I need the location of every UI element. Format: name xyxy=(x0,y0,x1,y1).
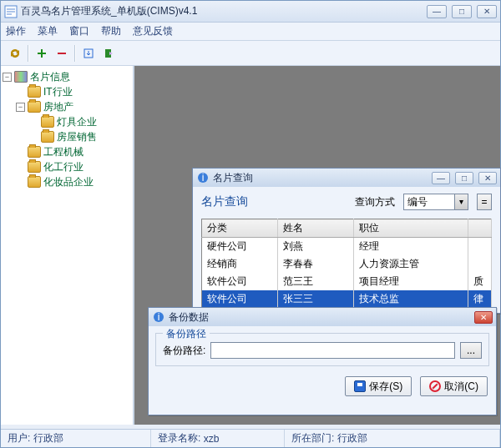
svg-text:i: i xyxy=(158,311,160,323)
tool-exit[interactable] xyxy=(99,44,118,63)
backup-path-label: 备份路径: xyxy=(163,344,205,358)
toolbar-sep xyxy=(74,45,76,62)
tree-item[interactable]: 化工行业 xyxy=(43,160,84,174)
query-method-input[interactable] xyxy=(404,194,454,209)
tree-toggle[interactable]: − xyxy=(3,73,12,82)
main-window: 百灵鸟名片管理系统_单机版(CIMS)v4.1 — □ ✕ 操作 菜单 窗口 帮… xyxy=(0,0,501,448)
folder-icon xyxy=(28,86,41,98)
status-user: 用户: 行政部 xyxy=(1,430,151,447)
minimize-button[interactable]: — xyxy=(427,5,447,18)
close-button[interactable]: ✕ xyxy=(477,5,497,18)
menu-feedback[interactable]: 意见反馈 xyxy=(133,24,173,38)
query-titlebar[interactable]: i 名片查询 — □ ✕ xyxy=(193,169,500,187)
svg-rect-1 xyxy=(58,53,66,54)
query-min-button[interactable]: — xyxy=(432,172,450,184)
app-icon xyxy=(4,5,18,18)
info-icon: i xyxy=(196,171,210,184)
query-heading: 名片查询 xyxy=(201,194,248,209)
col-position[interactable]: 职位 xyxy=(354,219,468,238)
save-icon xyxy=(354,380,366,392)
query-grid[interactable]: 分类 姓名 职位 硬件公司刘燕经理 经销商李春春人力资源主管 软件公司范三王项目… xyxy=(201,219,492,309)
table-row-selected[interactable]: 软件公司张三三技术总监律 xyxy=(202,290,492,309)
query-equals-button[interactable]: = xyxy=(477,194,492,210)
folder-icon xyxy=(41,116,54,128)
status-login: 登录名称: xzb xyxy=(151,430,285,447)
svg-text:i: i xyxy=(202,172,205,184)
col-category[interactable]: 分类 xyxy=(202,219,278,238)
query-method-label: 查询方式 xyxy=(355,195,395,209)
status-dept: 所在部门: 行政部 xyxy=(285,430,500,447)
menu-menu[interactable]: 菜单 xyxy=(38,24,58,38)
menu-window[interactable]: 窗口 xyxy=(69,24,89,38)
folder-icon xyxy=(28,101,41,113)
backup-path-input[interactable] xyxy=(210,342,455,359)
table-row[interactable]: 经销商李春春人力资源主管 xyxy=(202,255,492,273)
cards-icon xyxy=(14,71,28,83)
tree-item[interactable]: 灯具企业 xyxy=(57,115,97,129)
main-titlebar[interactable]: 百灵鸟名片管理系统_单机版(CIMS)v4.1 — □ ✕ xyxy=(1,1,500,23)
tool-refresh[interactable] xyxy=(6,44,24,63)
main-title: 百灵鸟名片管理系统_单机版(CIMS)v4.1 xyxy=(21,4,427,18)
chevron-down-icon[interactable]: ▾ xyxy=(454,194,468,209)
tree-item[interactable]: 房屋销售 xyxy=(57,130,97,144)
tool-add[interactable] xyxy=(33,44,51,63)
query-close-button[interactable]: ✕ xyxy=(478,172,497,184)
query-method-combo[interactable]: ▾ xyxy=(403,194,468,210)
folder-icon xyxy=(28,146,41,158)
col-name[interactable]: 姓名 xyxy=(278,219,354,238)
tree-item[interactable]: 房地产 xyxy=(43,100,73,114)
tree-item[interactable]: IT行业 xyxy=(43,85,73,99)
backup-browse-button[interactable]: ... xyxy=(460,342,482,359)
menu-help[interactable]: 帮助 xyxy=(101,24,121,38)
folder-icon xyxy=(28,161,41,173)
backup-save-button[interactable]: 保存(S) xyxy=(345,376,412,396)
backup-title: 备份数据 xyxy=(169,310,474,325)
maximize-button[interactable]: □ xyxy=(452,5,472,18)
mdi-area: i 名片查询 — □ ✕ 名片查询 查询方式 ▾ xyxy=(134,66,500,425)
info-icon: i xyxy=(152,310,165,324)
query-window[interactable]: i 名片查询 — □ ✕ 名片查询 查询方式 ▾ xyxy=(192,168,501,314)
sidebar-tree[interactable]: − 名片信息 IT行业 −房地产 灯具企业 房屋销售 工程机械 化工行业 化妆品… xyxy=(1,66,134,425)
statusbar: 用户: 行政部 登录名称: xzb 所在部门: 行政部 xyxy=(1,429,500,447)
backup-close-button[interactable]: ✕ xyxy=(474,311,493,324)
backup-dialog[interactable]: i 备份数据 ✕ 备份路径 备份路径: ... 保存(S) 取消(C) xyxy=(148,307,497,415)
tree-root[interactable]: 名片信息 xyxy=(30,70,70,84)
folder-icon xyxy=(41,131,54,143)
menu-ops[interactable]: 操作 xyxy=(6,24,26,38)
query-title: 名片查询 xyxy=(213,171,432,185)
query-max-button[interactable]: □ xyxy=(455,172,473,184)
toolbar-sep xyxy=(28,45,29,62)
menubar: 操作 菜单 窗口 帮助 意见反馈 xyxy=(1,23,500,41)
backup-titlebar[interactable]: i 备份数据 ✕ xyxy=(149,308,496,326)
backup-group-title: 备份路径 xyxy=(163,327,210,341)
tool-export[interactable] xyxy=(79,44,98,63)
col-extra[interactable] xyxy=(468,219,491,238)
tree-toggle[interactable]: − xyxy=(16,103,25,112)
toolbar xyxy=(1,41,500,66)
table-row[interactable]: 硬件公司刘燕经理 xyxy=(202,238,492,256)
backup-cancel-button[interactable]: 取消(C) xyxy=(420,376,488,396)
tree-item[interactable]: 化妆品企业 xyxy=(43,175,94,189)
tree-item[interactable]: 工程机械 xyxy=(43,145,84,159)
cancel-icon xyxy=(429,380,441,392)
table-row[interactable]: 软件公司范三王项目经理质 xyxy=(202,273,492,290)
folder-icon xyxy=(28,176,41,188)
tool-remove[interactable] xyxy=(53,44,71,63)
backup-group: 备份路径 备份路径: ... xyxy=(155,333,489,366)
